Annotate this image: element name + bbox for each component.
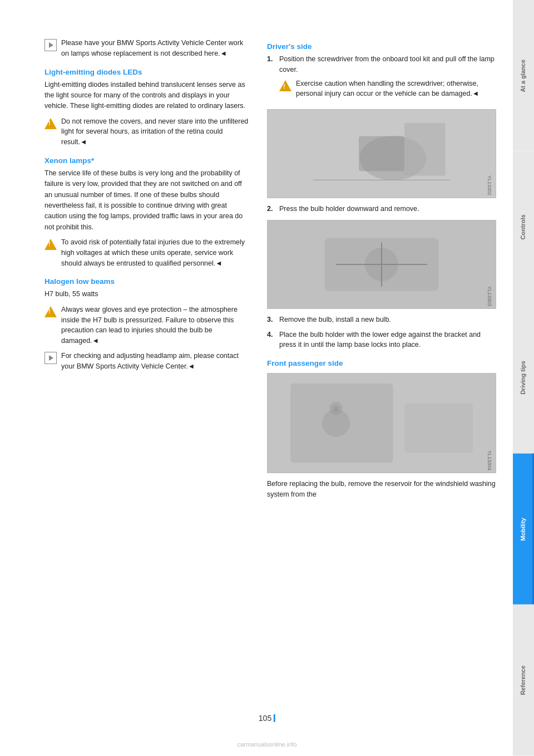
image-2-caption: YL13303: [487, 286, 492, 306]
sidebar-label-controls: Controls: [520, 214, 526, 239]
car-part-svg-2: [268, 220, 496, 308]
step-1-text: Position the screwdriver from the onboar…: [279, 55, 495, 73]
warning-halogen-text: Always wear gloves and eye protection – …: [61, 305, 250, 346]
sidebar-item-driving-tips[interactable]: Driving tips: [513, 302, 534, 454]
image-driver-side-1: YL13302: [267, 109, 496, 198]
warning-led-text: Do not remove the covers, and never star…: [61, 116, 250, 148]
sidebar-item-reference[interactable]: Reference: [513, 605, 534, 756]
left-column: Please have your BMW Sports Activity Veh…: [44, 33, 250, 723]
notice-headlamp-text: For checking and adjusting headlamp aim,…: [61, 351, 250, 372]
step-3: 3. Remove the bulb, install a new bulb.: [267, 315, 496, 325]
step-1: 1. Position the screwdriver from the onb…: [267, 54, 496, 104]
warning-halogen: Always wear gloves and eye protection – …: [44, 305, 250, 346]
warning-icon-step1: [279, 80, 291, 92]
sidebar-label-driving-tips: Driving tips: [520, 361, 526, 395]
notice-bmw-center: Please have your BMW Sports Activity Veh…: [44, 38, 250, 59]
step-3-num: 3.: [267, 315, 275, 325]
heading-xenon: Xenon lamps*: [44, 156, 250, 165]
image-driver-side-2: YL13303: [267, 220, 496, 309]
step-2: 2. Press the bulb holder downward and re…: [267, 204, 496, 214]
steps-3-4-list: 3. Remove the bulb, install a new bulb. …: [267, 315, 496, 350]
car-part-svg-3: [268, 374, 496, 473]
warning-icon-halogen: [44, 306, 57, 318]
sidebar-label-reference: Reference: [520, 666, 526, 695]
image-3-caption: YL13304: [487, 450, 492, 470]
triangle-xenon: [44, 239, 57, 250]
heading-passenger-side: Front passenger side: [267, 359, 496, 367]
triangle-halogen: [44, 306, 57, 317]
car-part-svg-1: [268, 110, 496, 198]
text-halogen-sub: H7 bulb, 55 watts: [44, 289, 250, 300]
play-icon-headlamp: [44, 352, 57, 364]
svg-rect-13: [404, 403, 473, 453]
heading-drivers-side: Driver's side: [267, 42, 496, 51]
notice-headlamp: For checking and adjusting headlamp aim,…: [44, 351, 250, 372]
watermark: carmanualsonline.info: [0, 741, 534, 748]
step-4-text: Place the bulb holder with the lower edg…: [279, 330, 496, 351]
play-icon: [44, 39, 57, 51]
page-wrapper: Please have your BMW Sports Activity Veh…: [0, 0, 534, 756]
triangle-led: [44, 118, 57, 129]
page-number: 105: [259, 714, 271, 723]
page-number-bar: [274, 714, 275, 722]
sidebar-item-at-a-glance[interactable]: At a glance: [513, 0, 534, 151]
heading-halogen: Halogen low beams: [44, 277, 250, 286]
step-3-text: Remove the bulb, install a new bulb.: [279, 315, 391, 325]
steps-list: 1. Position the screwdriver from the onb…: [267, 54, 496, 104]
triangle-step1: [279, 80, 291, 91]
main-content: Please have your BMW Sports Activity Veh…: [0, 0, 513, 756]
notice-bmw-center-text: Please have your BMW Sports Activity Veh…: [61, 38, 250, 59]
heading-led: Light-emitting diodes LEDs: [44, 68, 250, 76]
warning-icon-led: [44, 117, 57, 130]
image-passenger-side: YL13304: [267, 373, 496, 473]
svg-rect-2: [359, 136, 404, 171]
sidebar-item-controls[interactable]: Controls: [513, 151, 534, 303]
step-2-num: 2.: [267, 204, 275, 214]
warning-step1-text: Exercise caution when handling the screw…: [296, 78, 496, 100]
step-2-list: 2. Press the bulb holder downward and re…: [267, 204, 496, 214]
text-passenger-side: Before replacing the bulb, remove the re…: [267, 479, 496, 500]
step-2-text: Press the bulb holder downward and remov…: [279, 204, 419, 214]
sidebar-label-mobility: Mobility: [520, 518, 526, 541]
sidebar: At a glance Controls Driving tips Mobili…: [513, 0, 534, 756]
step-1-num: 1.: [267, 54, 275, 104]
sidebar-label-at-a-glance: At a glance: [520, 59, 526, 92]
sidebar-item-mobility[interactable]: Mobility: [513, 454, 534, 605]
step-4-num: 4.: [267, 330, 275, 351]
text-led: Light-emitting diodes installed behind t…: [44, 80, 250, 112]
right-column: Driver's side 1. Position the screwdrive…: [267, 33, 496, 723]
text-xenon: The service life of these bulbs is very …: [44, 168, 250, 233]
warning-xenon: To avoid risk of potentially fatal injur…: [44, 237, 250, 268]
step-1-content: Position the screwdriver from the onboar…: [279, 54, 496, 104]
warning-led: Do not remove the covers, and never star…: [44, 116, 250, 148]
svg-point-15: [333, 405, 339, 411]
svg-rect-4: [404, 123, 446, 176]
warning-step1: Exercise caution when handling the screw…: [279, 78, 496, 100]
image-1-caption: YL13302: [487, 175, 492, 195]
warning-xenon-text: To avoid risk of potentially fatal injur…: [61, 237, 250, 268]
warning-icon-xenon: [44, 238, 57, 251]
step-4: 4. Place the bulb holder with the lower …: [267, 330, 496, 351]
